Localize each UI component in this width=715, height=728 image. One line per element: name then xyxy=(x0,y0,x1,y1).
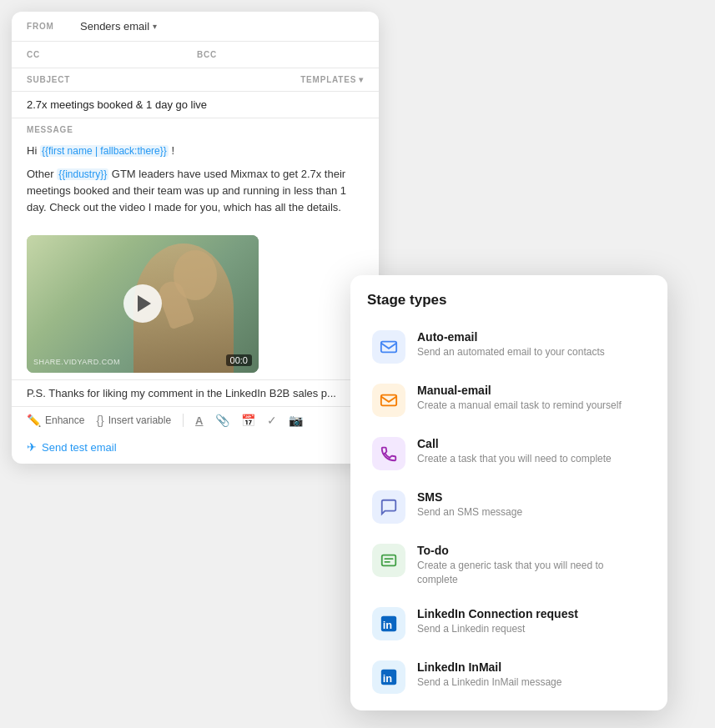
manual-email-desc: Create a manual email task to remind you… xyxy=(417,399,622,413)
bcc-label: BCC xyxy=(197,50,217,59)
stage-types-title: Stage types xyxy=(350,292,667,320)
enhance-label: Enhance xyxy=(45,414,84,426)
linkedin-inmail-text: LinkedIn InMail Send a Linkedin InMail m… xyxy=(417,660,561,690)
sender-value: Senders email xyxy=(80,20,149,33)
video-thumbnail[interactable]: 00:0 SHARE.VIDYARD.COM xyxy=(27,235,259,373)
auto-email-desc: Send an automated email to your contacts xyxy=(417,345,605,359)
toolbar-separator xyxy=(183,414,184,427)
call-name: Call xyxy=(417,437,612,450)
sms-desc: Send an SMS message xyxy=(417,505,522,520)
insert-variable-icon: {} xyxy=(96,414,103,427)
enhance-icon: ✏️ xyxy=(27,414,41,427)
svg-text:in: in xyxy=(383,618,393,630)
from-label: FROM xyxy=(27,22,80,31)
line1-pre: Hi xyxy=(27,144,40,157)
video-overlay xyxy=(27,235,259,373)
send-test-label: Send test email xyxy=(42,441,117,454)
subject-label: SUBJECT xyxy=(27,75,70,84)
video-url: SHARE.VIDYARD.COM xyxy=(33,358,120,366)
svg-rect-0 xyxy=(381,342,396,353)
subject-field[interactable]: 2.7x meetings booked & 1 day go live xyxy=(12,92,379,118)
manual-email-text: Manual-email Create a manual email task … xyxy=(417,384,622,413)
stage-item-todo[interactable]: To-do Create a generic task that you wil… xyxy=(355,534,662,597)
todo-desc: Create a generic task that you will need… xyxy=(417,559,646,587)
insert-variable-button[interactable]: {} Insert variable xyxy=(96,414,171,427)
underline-icon[interactable]: A xyxy=(195,414,203,427)
message-line1: Hi {{first name | fallback:there}} ! xyxy=(27,143,364,159)
sms-text: SMS Send an SMS message xyxy=(417,490,522,520)
auto-email-name: Auto-email xyxy=(417,330,605,344)
play-button[interactable] xyxy=(123,284,162,323)
stage-item-sms[interactable]: SMS Send an SMS message xyxy=(355,480,662,534)
templates-chevron-icon: ▾ xyxy=(359,75,364,84)
todo-icon xyxy=(372,544,405,577)
camera-icon[interactable]: 📷 xyxy=(289,414,303,427)
call-icon xyxy=(372,437,405,470)
manual-email-name: Manual-email xyxy=(417,384,622,397)
calendar-icon[interactable]: 📅 xyxy=(241,414,255,427)
svg-rect-2 xyxy=(382,555,396,566)
templates-button[interactable]: TEMPLATES ▾ xyxy=(300,75,364,84)
cc-bcc-row: CC BCC xyxy=(12,42,379,68)
message-label: MESSAGE xyxy=(12,118,379,138)
linkedin-connect-name: LinkedIn Connection request xyxy=(417,607,578,620)
auto-email-icon xyxy=(372,330,405,364)
industry-var: {{industry}} xyxy=(57,168,108,180)
toolbar: ✏️ Enhance {} Insert variable A 📎 📅 ✓ 📷 xyxy=(12,406,379,434)
send-test-button[interactable]: ✈ Send test email xyxy=(12,434,379,464)
stage-item-auto-email[interactable]: Auto-email Send an automated email to yo… xyxy=(355,320,662,374)
stage-types-dropdown: Stage types Auto-email Send an automated… xyxy=(350,275,667,710)
linkedin-inmail-name: LinkedIn InMail xyxy=(417,660,561,674)
templates-label: TEMPLATES xyxy=(300,75,356,84)
email-composer-card: FROM Senders email ▾ CC BCC SUBJECT TEMP… xyxy=(12,12,379,464)
message-body[interactable]: Hi {{first name | fallback:there}} ! Oth… xyxy=(12,138,379,228)
todo-name: To-do xyxy=(417,544,646,557)
stage-item-call[interactable]: Call Create a task that you will need to… xyxy=(355,427,662,480)
sender-selector[interactable]: Senders email ▾ xyxy=(80,20,157,33)
manual-email-icon xyxy=(372,384,405,417)
linkedin-inmail-icon: in xyxy=(372,660,405,694)
auto-email-text: Auto-email Send an automated email to yo… xyxy=(417,330,605,359)
subject-text: 2.7x meetings booked & 1 day go live xyxy=(27,98,207,111)
linkedin-connect-icon: in xyxy=(372,607,405,640)
cc-label: CC xyxy=(27,50,80,59)
svg-rect-1 xyxy=(381,395,396,406)
linkedin-connect-desc: Send a Linkedin request xyxy=(417,622,578,636)
ps-line: P.S. Thanks for liking my comment in the… xyxy=(12,379,379,407)
play-icon xyxy=(138,295,151,312)
checkmark-icon[interactable]: ✓ xyxy=(267,414,277,427)
attachment-icon[interactable]: 📎 xyxy=(215,414,229,427)
first-name-var: {{first name | fallback:there}} xyxy=(40,145,169,157)
line1-post: ! xyxy=(169,144,174,157)
sms-name: SMS xyxy=(417,490,522,504)
video-duration: 00:0 xyxy=(226,354,252,366)
call-desc: Create a task that you will need to comp… xyxy=(417,452,612,466)
enhance-button[interactable]: ✏️ Enhance xyxy=(27,414,84,427)
send-icon: ✈ xyxy=(27,440,37,454)
linkedin-connect-text: LinkedIn Connection request Send a Linke… xyxy=(417,607,578,636)
stage-item-linkedin-connect[interactable]: in LinkedIn Connection request Send a Li… xyxy=(355,597,662,650)
sms-icon xyxy=(372,490,405,524)
call-text: Call Create a task that you will need to… xyxy=(417,437,612,466)
message-line2: Other {{industry}} GTM leaders have used… xyxy=(27,166,364,216)
from-row: FROM Senders email ▾ xyxy=(12,12,379,42)
todo-text: To-do Create a generic task that you wil… xyxy=(417,544,646,587)
linkedin-inmail-desc: Send a Linkedin InMail message xyxy=(417,675,561,690)
stage-item-manual-email[interactable]: Manual-email Create a manual email task … xyxy=(355,374,662,427)
line2-pre: Other xyxy=(27,168,57,180)
sender-chevron-icon: ▾ xyxy=(153,22,157,31)
svg-text:in: in xyxy=(383,671,393,684)
stage-item-linkedin-inmail[interactable]: in LinkedIn InMail Send a Linkedin InMai… xyxy=(355,650,662,704)
subject-row: SUBJECT TEMPLATES ▾ xyxy=(12,68,379,92)
insert-variable-label: Insert variable xyxy=(108,414,171,426)
